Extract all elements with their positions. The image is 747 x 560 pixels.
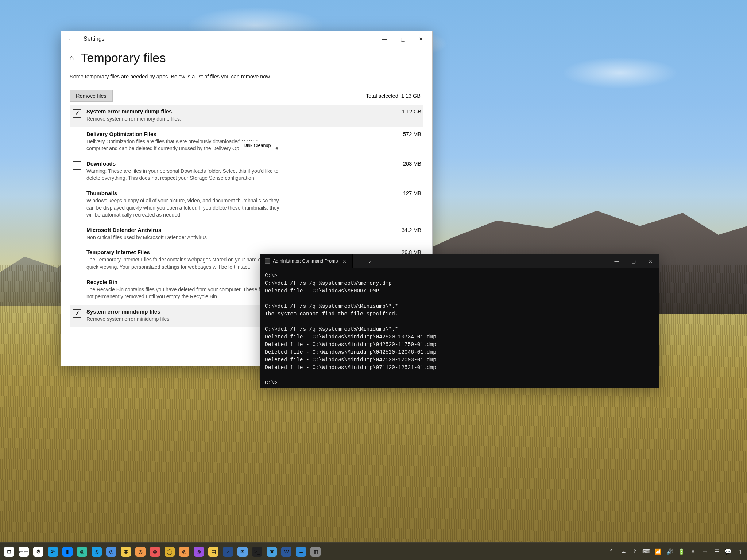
settings-titlebar[interactable]: ← Settings — ▢ ✕ (61, 31, 432, 47)
total-selected-label: Total selected: 1.13 GB (366, 93, 421, 99)
file-item-desc: Remove system error memory dump files. (86, 116, 280, 123)
file-item[interactable]: Microsoft Defender AntivirusNon critical… (70, 223, 423, 246)
file-item[interactable]: DownloadsWarning: These are files in you… (70, 157, 423, 186)
checkbox[interactable] (73, 250, 81, 258)
taskbar-app-opera[interactable]: ◯ (163, 544, 177, 560)
terminal-window[interactable]: Administrator: Command Promp ✕ ＋ ⌄ — ▢ ✕… (260, 254, 659, 388)
tray-icon-11[interactable]: ▯ (735, 544, 745, 560)
file-item[interactable]: ThumbnailsWindows keeps a copy of all of… (70, 186, 423, 223)
taskbar-app-firefox-dev[interactable]: ◎ (192, 544, 206, 560)
file-item-title: Delivery Optimization Files (86, 131, 398, 137)
checkbox[interactable] (73, 161, 81, 170)
terminal-tabstrip[interactable]: Administrator: Command Promp ✕ ＋ ⌄ — ▢ ✕ (260, 254, 659, 268)
tray-icon-7[interactable]: A (688, 544, 698, 560)
file-item-desc: The Recycle Bin contains files you have … (86, 286, 280, 300)
terminal-tab-cmd[interactable]: Administrator: Command Promp ✕ (260, 254, 353, 268)
terminal-output[interactable]: C:\> C:\>del /f /s /q %systemroot%\memor… (260, 268, 659, 391)
taskbar-app-settings[interactable]: ⚙ (31, 544, 45, 560)
taskbar[interactable]: ⊞▭▭⚙🛍▮◎◎◎▦◎◎◯◎◎▤≥✉>_▣W☁▥ ˄☁⇪⌨📶🔊🔋A▭☰💬▯ (0, 542, 747, 560)
tab-close-button[interactable]: ✕ (341, 258, 348, 265)
file-item-desc: Windows keeps a copy of all of your pict… (86, 197, 280, 219)
taskbar-app-store[interactable]: 🛍 (46, 544, 60, 560)
taskbar-app-chromium[interactable]: ◎ (104, 544, 118, 560)
taskbar-app-edge[interactable]: ◎ (75, 544, 89, 560)
taskbar-app-widgets[interactable]: ▮ (61, 544, 74, 560)
minimize-button[interactable]: — (375, 31, 394, 47)
taskbar-app-wsa[interactable]: ▥ (309, 544, 322, 560)
taskbar-app-photos[interactable]: ▣ (265, 544, 279, 560)
checkbox[interactable] (73, 309, 81, 318)
remove-files-button[interactable]: Remove files (70, 90, 113, 102)
file-item-title: Thumbnails (86, 190, 398, 196)
file-item-size: 127 MB (403, 190, 421, 196)
intro-text: Some temporary files are needed by apps.… (70, 73, 296, 81)
taskbar-app-brave[interactable]: ◎ (133, 544, 147, 560)
home-icon[interactable]: ⌂ (70, 54, 74, 62)
checkbox[interactable] (73, 191, 81, 199)
file-item[interactable]: System error memory dump filesRemove sys… (70, 105, 423, 127)
taskbar-app-mail[interactable]: ✉ (236, 544, 249, 560)
tray-icon-3[interactable]: ⌨ (641, 544, 651, 560)
close-button[interactable]: ✕ (642, 254, 659, 268)
tray-icon-4[interactable]: 📶 (653, 544, 663, 560)
taskbar-app-onedrive[interactable]: ☁ (294, 544, 308, 560)
tray-icon-2[interactable]: ⇪ (630, 544, 640, 560)
tab-disk-cleanup[interactable]: Disk Cleanup (239, 141, 275, 150)
page-title: Temporary files (81, 51, 166, 65)
tray-icon-0[interactable]: ˄ (606, 544, 616, 560)
file-item-size: 203 MB (403, 160, 421, 167)
file-item-size: 34.2 MB (402, 227, 421, 233)
cmd-icon (265, 258, 270, 264)
taskbar-app-chrome[interactable]: ◎ (148, 544, 162, 560)
tray-icon-10[interactable]: 💬 (723, 544, 733, 560)
file-item-desc: Warning: These are files in your persona… (86, 168, 280, 182)
new-tab-button[interactable]: ＋ (353, 254, 365, 268)
file-item-title: System error memory dump files (86, 108, 397, 114)
tray-icon-8[interactable]: ▭ (700, 544, 710, 560)
taskbar-app-task-view[interactable]: ▭▭ (17, 544, 31, 560)
desktop: Disk Cleanup for Windows (C:) ✕ Disk Cle… (0, 0, 747, 560)
file-item-size: 572 MB (403, 131, 421, 137)
back-button[interactable]: ← (66, 35, 76, 43)
checkbox[interactable] (73, 280, 81, 288)
checkbox[interactable] (73, 228, 81, 236)
maximize-button[interactable]: ▢ (394, 31, 412, 47)
taskbar-app-firefox[interactable]: ◎ (177, 544, 191, 560)
checkbox[interactable] (73, 132, 81, 140)
minimize-button[interactable]: — (608, 254, 625, 268)
app-name: Settings (84, 36, 105, 42)
file-item-desc: Remove system error minidump files. (86, 316, 280, 323)
close-button[interactable]: ✕ (412, 31, 430, 47)
taskbar-tray: ˄☁⇪⌨📶🔊🔋A▭☰💬▯ (606, 544, 745, 560)
maximize-button[interactable]: ▢ (625, 254, 642, 268)
taskbar-apps: ⊞▭▭⚙🛍▮◎◎◎▦◎◎◯◎◎▤≥✉>_▣W☁▥ (2, 544, 322, 560)
tray-icon-1[interactable]: ☁ (618, 544, 628, 560)
file-item-desc: Non critical files used by Microsoft Def… (86, 234, 280, 241)
taskbar-app-powershell[interactable]: ≥ (221, 544, 235, 560)
file-item-title: Downloads (86, 160, 398, 167)
checkbox[interactable] (73, 109, 81, 118)
terminal-tab-title: Administrator: Command Promp (273, 258, 338, 264)
tray-icon-5[interactable]: 🔊 (665, 544, 675, 560)
file-item-title: Microsoft Defender Antivirus (86, 227, 396, 233)
taskbar-app-start[interactable]: ⊞ (2, 544, 16, 560)
taskbar-app-edge-dev[interactable]: ◎ (90, 544, 104, 560)
taskbar-app-explorer[interactable]: ▤ (206, 544, 220, 560)
taskbar-app-vscode[interactable]: ▦ (119, 544, 133, 560)
tray-icon-9[interactable]: ☰ (711, 544, 721, 560)
taskbar-app-word[interactable]: W (279, 544, 293, 560)
new-tab-dropdown[interactable]: ⌄ (365, 254, 375, 268)
taskbar-app-terminal[interactable]: >_ (250, 544, 264, 560)
tray-icon-6[interactable]: 🔋 (676, 544, 686, 560)
file-item-desc: The Temporary Internet Files folder cont… (86, 256, 280, 271)
file-item-size: 1.12 GB (402, 108, 421, 114)
